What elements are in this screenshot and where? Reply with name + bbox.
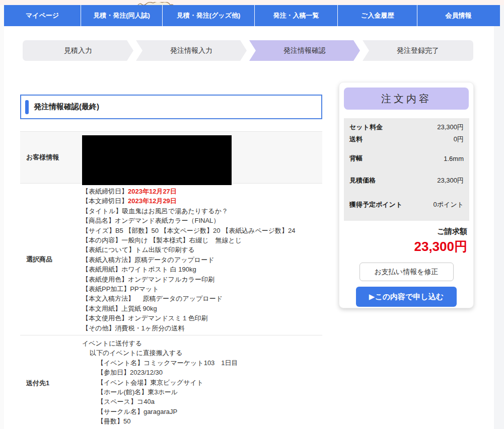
detail-line: 以下のイベントに直接搬入する [82, 348, 320, 358]
summary-row-label: 獲得予定ポイント [349, 200, 402, 209]
summary-row-4: 見積価格23,300円 [349, 175, 464, 187]
nav-tab-3[interactable]: 見積・発注(グッズ他) [163, 5, 255, 26]
nav-tab-4[interactable]: 発注・入稿一覧 [255, 5, 338, 26]
summary-row-1: セット料金23,300円 [349, 121, 464, 133]
detail-line: 【表紙入稿方法】原稿データのアップロード [82, 255, 320, 265]
billing-total-label: ご請求額 [339, 227, 467, 236]
nav-tab-1[interactable]: マイページ [4, 5, 81, 26]
mascot-peek-icon [137, 0, 175, 5]
detail-line: 【表紙用紙】ホワイトポスト 白 190kg [82, 265, 320, 274]
detail-line: イベントに送付する [82, 338, 320, 348]
detail-line: 【イベント名】コミックマーケット103 1日目 [82, 358, 320, 368]
detail-line: 【本文入稿方法】 原稿データのアップロード [82, 294, 320, 303]
submit-order-button[interactable]: ▶この内容で申し込む [356, 287, 457, 307]
nav-tab-2[interactable]: 見積・発注(同人誌) [81, 5, 163, 26]
summary-row-value: 0ポイント [434, 200, 464, 209]
nav-tab-5[interactable]: ご入金履歴 [338, 5, 417, 26]
page-title: 発注情報確認(最終) [34, 102, 99, 112]
summary-row-label: セット料金 [349, 123, 383, 132]
order-summary-panel: セット料金23,300円送料0円背幅1.6mm見積価格23,300円獲得予定ポイ… [344, 118, 469, 221]
detail-line: 【本文使用色】オンデマンドスミ１色印刷 [82, 313, 320, 323]
top-navigation: マイページ見積・発注(同人誌)見積・発注(グッズ他)発注・入稿一覧ご入金履歴会員… [4, 5, 500, 26]
row-content: 【表紙締切日】2023年12月27日【本文締切日】2023年12月29日【タイト… [82, 184, 322, 335]
summary-row-3: 背幅1.6mm [349, 152, 464, 164]
row-label: 選択商品 [20, 184, 82, 335]
row-label: お客様情報 [20, 132, 82, 183]
detail-line: 【商品名】オンデマンド表紙カラー（FINAL） [82, 216, 320, 225]
detail-line: 【表紙PP加工】PPマット [82, 284, 320, 294]
progress-steps: 見積入力発注情報入力発注情報確認発注登録完了 [23, 40, 473, 61]
detail-line: 【本文用紙】上質紙 90kg [82, 304, 320, 313]
detail-line: 【サイズ】B5 【部数】50 【本文ページ数】20 【表紙込みページ数】24 [82, 226, 320, 235]
order-detail-table: お客様情報選択商品【表紙締切日】2023年12月27日【本文締切日】2023年1… [20, 131, 322, 429]
detail-line: 【ホール(館)名】東3ホール [82, 387, 320, 397]
progress-step-2: 発注情報入力 [136, 40, 247, 61]
detail-line: 【サークル名】garagaraJP [82, 407, 320, 416]
detail-line: 【冊数】50 [82, 416, 320, 426]
detail-line: 【表紙締切日】2023年12月27日 [82, 187, 320, 196]
detail-line: 【イベント会場】東京ビッグサイト [82, 378, 320, 387]
progress-step-3: 発注情報確認 [249, 40, 360, 61]
detail-line: 【タイトル】吸血鬼はお風呂で湯あたりするか？ [82, 206, 320, 216]
detail-line: 【本文締切日】2023年12月29日 [82, 196, 320, 206]
summary-row-value: 0円 [454, 135, 464, 144]
detail-line: 【表紙使用色】オンデマンドフルカラー印刷 [82, 275, 320, 284]
summary-row-value: 1.6mm [444, 155, 464, 162]
row-content: イベントに送付する以下のイベントに直接搬入する【イベント名】コミックマーケット1… [82, 335, 322, 429]
detail-line: 【表紙について】トム出版で印刷する [82, 245, 320, 254]
left-background-gutter [0, 5, 4, 429]
order-summary-card: 注文内容 セット料金23,300円送料0円背幅1.6mm見積価格23,300円獲… [339, 82, 474, 308]
order-summary-title: 注文内容 [344, 88, 469, 110]
page: マイページ見積・発注(同人誌)見積・発注(グッズ他)発注・入稿一覧ご入金履歴会員… [0, 0, 504, 429]
detail-line: 【本の内容】一般向け 【製本様式】右綴じ 無線とじ [82, 235, 320, 245]
table-row-product: 選択商品【表紙締切日】2023年12月27日【本文締切日】2023年12月29日… [20, 184, 322, 335]
redacted-customer-info [82, 135, 232, 185]
summary-row-value: 23,300円 [437, 123, 464, 132]
row-content [82, 132, 322, 183]
detail-line: 【参加日】2023/12/30 [82, 368, 320, 377]
summary-row-label: 見積価格 [349, 176, 376, 185]
progress-step-1: 見積入力 [23, 40, 133, 61]
billing-total-value: 23,300円 [339, 238, 467, 255]
edit-payment-button[interactable]: お支払い情報を修正 [359, 263, 454, 281]
summary-row-5: 獲得予定ポイント0ポイント [349, 199, 464, 211]
detail-line: 【その他】消費税・1ヶ所分の送料 [82, 323, 320, 333]
page-title-box: 発注情報確認(最終) [20, 95, 322, 119]
row-label: 送付先1 [20, 335, 82, 429]
detail-line: 【スペース】コ40a [82, 397, 320, 406]
summary-row-label: 送料 [349, 135, 363, 144]
progress-step-4: 発注登録完了 [363, 40, 473, 61]
top-background-strip [0, 0, 504, 5]
table-row-customer: お客様情報 [20, 132, 322, 184]
table-row-ship1: 送付先1イベントに送付する以下のイベントに直接搬入する【イベント名】コミックマー… [20, 335, 322, 429]
title-accent-bar [25, 100, 29, 114]
right-background-gutter [494, 5, 504, 429]
summary-row-label: 背幅 [349, 154, 363, 163]
summary-row-value: 23,300円 [437, 176, 464, 185]
nav-tab-6[interactable]: 会員情報 [417, 5, 499, 26]
summary-row-2: 送料0円 [349, 133, 464, 145]
